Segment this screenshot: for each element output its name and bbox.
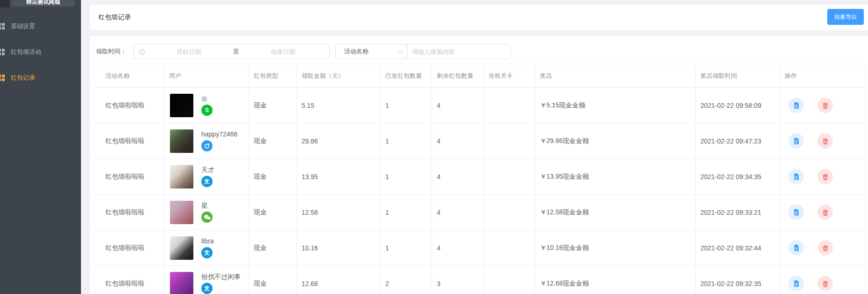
cell-remaining-count: 4 bbox=[432, 88, 484, 123]
cell-prize: ￥12.68现金金额 bbox=[535, 266, 696, 294]
cell-prize: ￥10.16现金金额 bbox=[535, 230, 696, 265]
cell-activity-name: 红包墙啦啦啦 bbox=[95, 123, 164, 158]
share-badge-icon bbox=[201, 140, 213, 151]
column-header: 用户 bbox=[164, 64, 249, 87]
avatar bbox=[170, 201, 193, 224]
user-name: 天才 bbox=[201, 166, 214, 173]
page-header-card: 红包墙记录 批量导出 bbox=[90, 5, 868, 30]
cell-current-level bbox=[484, 230, 535, 265]
search-input[interactable] bbox=[407, 45, 510, 59]
cell-remaining-count: 4 bbox=[432, 123, 484, 158]
delete-button[interactable] bbox=[817, 204, 833, 220]
cell-prize-time: 2021-02-22 09:32:35 bbox=[696, 266, 780, 294]
cell-sent-count: 1 bbox=[381, 195, 432, 230]
cell-prize: ￥12.58现金金额 bbox=[535, 195, 696, 230]
cell-prize: ￥13.95现金金额 bbox=[535, 159, 696, 194]
user-name: libra bbox=[201, 237, 213, 245]
records-table: 活动名称用户红包类型领取金额（元）已发红包数量剩余红包数量当前关卡奖品奖品领取时… bbox=[95, 64, 866, 294]
cell-amount: 5.15 bbox=[297, 88, 381, 123]
view-detail-button[interactable] bbox=[788, 169, 804, 184]
cell-prize-time: 2021-02-22 09:47:23 bbox=[696, 123, 780, 158]
app-window: 榜店测试商城 基础设置 红包墙活动 红包记录 红包墙记录 批量导出 领取时间： bbox=[0, 0, 868, 294]
main-card: 领取时间： 至 活动名称 bbox=[90, 36, 868, 294]
batch-export-button[interactable]: 批量导出 bbox=[827, 9, 864, 25]
sidebar: 榜店测试商城 基础设置 红包墙活动 红包记录 bbox=[0, 0, 81, 294]
start-date-input[interactable] bbox=[147, 48, 230, 56]
cell-actions bbox=[780, 230, 866, 265]
search-group: 活动名称 bbox=[335, 44, 511, 59]
view-detail-button[interactable] bbox=[788, 276, 804, 291]
user-name: ◎ bbox=[201, 95, 213, 102]
cell-activity-name: 红包墙啦啦啦 bbox=[95, 159, 164, 194]
link-badge-icon: S bbox=[201, 105, 213, 116]
sidebar-item-红包墙活动[interactable]: 红包墙活动 bbox=[0, 39, 81, 65]
avatar bbox=[170, 236, 193, 260]
user-name: 星 bbox=[201, 202, 213, 209]
avatar bbox=[170, 94, 193, 117]
sidebar-item-基础设置[interactable]: 基础设置 bbox=[0, 13, 81, 39]
cell-amount: 12.68 bbox=[297, 266, 381, 294]
sidebar-item-红包记录[interactable]: 红包记录 bbox=[0, 65, 81, 90]
cell-redpacket-type: 现金 bbox=[249, 266, 297, 294]
filter-bar: 领取时间： 至 活动名称 bbox=[96, 44, 511, 59]
cell-amount: 10.16 bbox=[297, 230, 381, 265]
date-to-label: 至 bbox=[230, 47, 242, 56]
receive-time-label: 领取时间： bbox=[96, 47, 133, 56]
cell-amount: 13.95 bbox=[297, 159, 381, 194]
view-detail-button[interactable] bbox=[788, 133, 804, 149]
grid-icon bbox=[0, 23, 1, 26]
grid-icon bbox=[0, 49, 1, 52]
cell-actions bbox=[780, 88, 866, 123]
cell-current-level bbox=[484, 266, 535, 294]
table-row: 红包墙啦啦啦 happy72466 现金 29.86 1 4 ￥29.86现金金… bbox=[95, 123, 866, 159]
cell-amount: 29.86 bbox=[297, 123, 381, 158]
avatar bbox=[170, 165, 193, 188]
view-detail-button[interactable] bbox=[788, 240, 804, 256]
view-detail-button[interactable] bbox=[788, 204, 804, 220]
sidebar-item-label: 红包墙活动 bbox=[11, 48, 41, 56]
shop-name-button[interactable]: 榜店测试商城 bbox=[11, 0, 75, 7]
cell-activity-name: 红包墙啦啦啦 bbox=[95, 195, 164, 230]
avatar bbox=[170, 129, 193, 153]
user-name: happy72466 bbox=[201, 130, 237, 138]
cell-redpacket-type: 现金 bbox=[249, 159, 297, 194]
cell-actions bbox=[780, 195, 866, 230]
activity-name-select[interactable]: 活动名称 bbox=[336, 45, 407, 59]
chevron-down-icon bbox=[398, 48, 404, 53]
avatar bbox=[170, 272, 193, 294]
clock-icon bbox=[139, 48, 146, 55]
cell-prize-time: 2021-02-22 09:33:21 bbox=[696, 195, 780, 230]
cell-user: happy72466 bbox=[164, 123, 249, 158]
cell-user: 星 bbox=[164, 195, 249, 230]
cell-redpacket-type: 现金 bbox=[249, 88, 297, 123]
date-range-picker[interactable]: 至 bbox=[133, 44, 330, 59]
cell-current-level bbox=[484, 88, 535, 123]
column-header: 当前关卡 bbox=[484, 64, 535, 87]
cell-redpacket-type: 现金 bbox=[249, 195, 297, 230]
table-row: 红包墙啦啦啦 纷扰不过闲事 支 现金 12.68 2 3 ￥12.68现金金额 … bbox=[95, 266, 866, 294]
delete-button[interactable] bbox=[817, 133, 833, 149]
cell-amount: 12.58 bbox=[297, 195, 381, 230]
delete-button[interactable] bbox=[817, 240, 833, 256]
view-detail-button[interactable] bbox=[788, 98, 804, 113]
column-header: 操作 bbox=[780, 64, 866, 87]
table-row: 红包墙啦啦啦 星 现金 12.58 1 4 ￥12.58现金金额 2021-02… bbox=[95, 195, 866, 230]
end-date-input[interactable] bbox=[242, 48, 325, 56]
cell-prize-time: 2021-02-22 09:32:44 bbox=[696, 230, 780, 265]
column-header: 已发红包数量 bbox=[381, 64, 432, 87]
cell-actions bbox=[780, 266, 866, 294]
column-header: 奖品 bbox=[535, 64, 696, 87]
sidebar-menu: 基础设置 红包墙活动 红包记录 bbox=[0, 13, 81, 90]
grid-icon bbox=[0, 75, 1, 77]
delete-button[interactable] bbox=[817, 169, 833, 184]
delete-button[interactable] bbox=[817, 276, 833, 291]
cell-actions bbox=[780, 159, 866, 194]
cell-current-level bbox=[484, 159, 535, 194]
delete-button[interactable] bbox=[817, 98, 833, 113]
cell-sent-count: 1 bbox=[381, 88, 432, 123]
cell-sent-count: 1 bbox=[381, 159, 432, 194]
alipay-badge-icon: 支 bbox=[201, 176, 213, 187]
cell-activity-name: 红包墙啦啦啦 bbox=[95, 230, 164, 265]
cell-user: 纷扰不过闲事 支 bbox=[164, 266, 249, 294]
cell-remaining-count: 3 bbox=[432, 266, 484, 294]
